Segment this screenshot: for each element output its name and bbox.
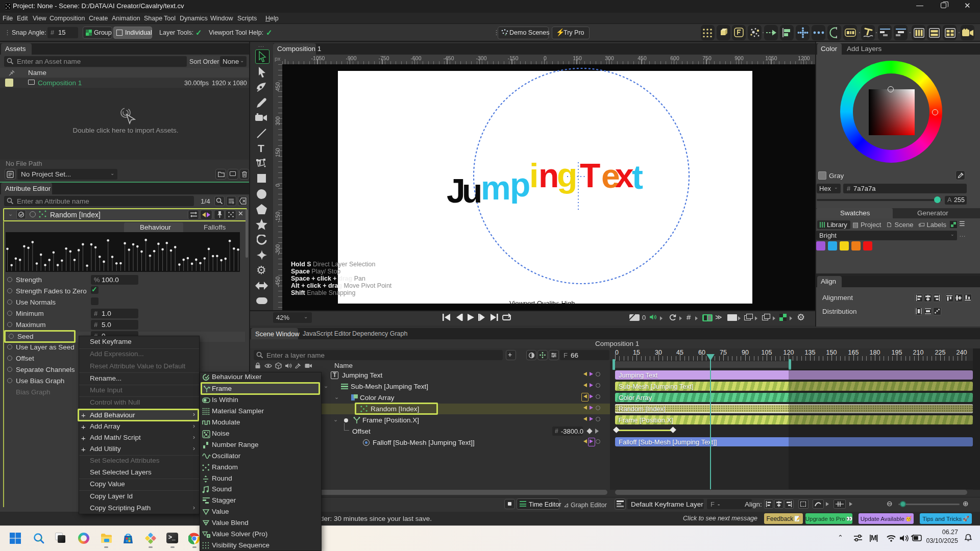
svg-text:z: z: [969, 534, 971, 537]
